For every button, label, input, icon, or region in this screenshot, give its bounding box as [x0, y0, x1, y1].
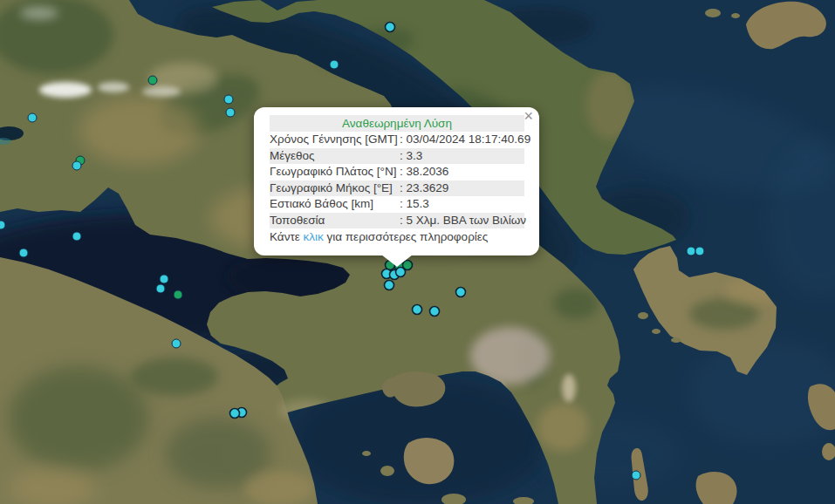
earthquake-marker[interactable]: [224, 95, 233, 104]
earthquake-marker[interactable]: [632, 471, 640, 480]
popup-close-icon[interactable]: ×: [524, 108, 533, 124]
map-stage: Αναθεωρημένη Λύση Χρόνος Γέννησης [GMT]:…: [0, 0, 835, 504]
more-info-link[interactable]: κλικ: [304, 230, 324, 243]
earthquake-marker[interactable]: [687, 247, 695, 255]
row-label: Χρόνος Γέννησης [GMT]: [270, 132, 400, 148]
row-value: : 3.3: [400, 148, 524, 165]
earthquake-marker[interactable]: [695, 247, 704, 255]
earthquake-marker[interactable]: [148, 76, 157, 85]
earthquake-marker[interactable]: [456, 288, 466, 297]
earthquake-marker[interactable]: [226, 108, 235, 117]
popup-row: Γεωγραφικό Πλάτος [°N]: 38.2036: [270, 164, 524, 180]
popup-table: Χρόνος Γέννησης [GMT]: 03/04/2024 18:17:…: [270, 132, 524, 228]
popup-row: Τοποθεσία: 5 Χλμ. ΒΒΑ των Βιλίων: [270, 213, 524, 229]
row-label: Εστιακό Βάθος [km]: [270, 196, 400, 213]
earthquake-marker[interactable]: [386, 23, 395, 32]
earthquake-marker[interactable]: [385, 281, 394, 290]
footer-text-suffix: για περισσότερες πληροφορίες: [324, 230, 489, 243]
earthquake-marker[interactable]: [330, 60, 339, 69]
earthquake-marker[interactable]: [28, 113, 37, 122]
popup-tail: [381, 255, 413, 267]
row-value: : 23.3629: [400, 180, 524, 197]
earthquake-popup: Αναθεωρημένη Λύση Χρόνος Γέννησης [GMT]:…: [254, 107, 539, 255]
popup-content: Αναθεωρημένη Λύση Χρόνος Γέννησης [GMT]:…: [254, 107, 539, 255]
row-label: Γεωγραφικό Πλάτος [°N]: [270, 164, 400, 180]
earthquake-marker[interactable]: [19, 249, 28, 257]
row-value: : 15.3: [400, 196, 524, 213]
earthquake-marker[interactable]: [0, 221, 5, 229]
row-value: : 38.2036: [400, 164, 524, 180]
earthquake-marker[interactable]: [72, 232, 81, 241]
earthquake-marker[interactable]: [396, 268, 406, 277]
row-label: Μέγεθος: [270, 148, 400, 165]
row-value: : 5 Χλμ. ΒΒΑ των Βιλίων: [400, 213, 526, 229]
row-value: : 03/04/2024 18:17:40.69: [400, 132, 530, 148]
popup-row: Γεωγραφικό Μήκος [°E]: 23.3629: [270, 180, 524, 197]
row-label: Τοποθεσία: [270, 213, 400, 229]
earthquake-marker[interactable]: [174, 290, 182, 299]
popup-row: Χρόνος Γέννησης [GMT]: 03/04/2024 18:17:…: [270, 132, 524, 148]
earthquake-marker[interactable]: [230, 409, 240, 419]
footer-text-prefix: Κάντε: [270, 230, 304, 243]
earthquake-marker[interactable]: [156, 284, 165, 293]
earthquake-marker[interactable]: [172, 339, 181, 348]
popup-footer: Κάντε κλικ για περισσότερες πληροφορίες: [270, 228, 524, 245]
earthquake-marker[interactable]: [430, 307, 440, 317]
popup-row: Μέγεθος: 3.3: [270, 148, 524, 165]
earthquake-marker[interactable]: [413, 305, 422, 315]
earthquake-marker[interactable]: [160, 275, 168, 283]
row-label: Γεωγραφικό Μήκος [°E]: [270, 180, 400, 197]
popup-title: Αναθεωρημένη Λύση: [270, 115, 524, 132]
earthquake-marker[interactable]: [72, 161, 81, 170]
popup-row: Εστιακό Βάθος [km]: 15.3: [270, 196, 524, 213]
